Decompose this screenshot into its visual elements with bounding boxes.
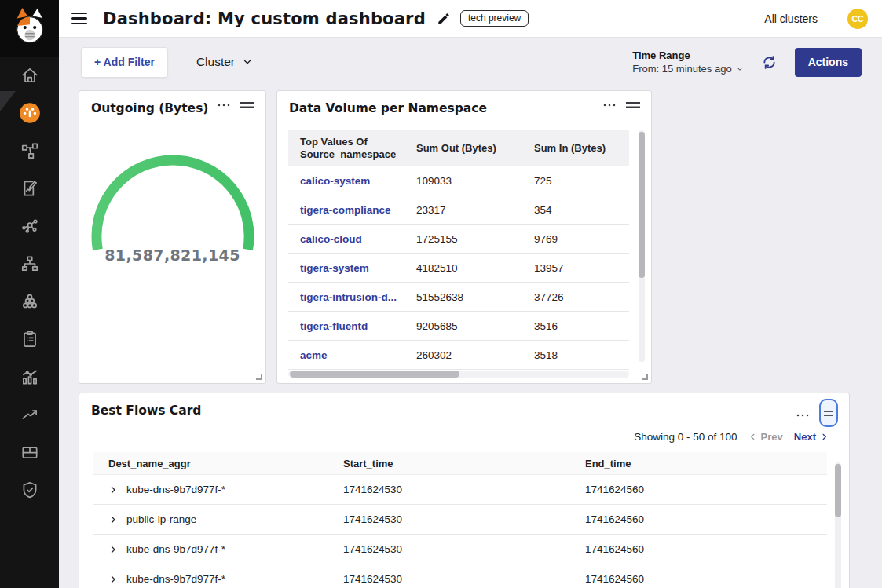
sidebar-item-trends[interactable] — [0, 396, 59, 433]
add-filter-button[interactable]: + Add Filter — [81, 47, 168, 78]
card-menu-button[interactable] — [217, 103, 231, 108]
prev-page-button[interactable]: Prev — [748, 431, 783, 443]
vertical-scrollbar-track — [835, 462, 841, 588]
table-header-row: Top Values Of Source_namespace Sum Out (… — [288, 130, 629, 166]
drag-handle-icon — [240, 101, 254, 109]
col-header-sum-out: Sum Out (Bytes) — [416, 142, 534, 155]
sidebar-item-service-graph[interactable] — [0, 132, 59, 170]
sum-in-value: 9769 — [534, 233, 629, 245]
calico-cat-logo-icon — [11, 6, 49, 50]
table-row[interactable]: tigera-fluentd 9205685 3516 — [288, 312, 629, 341]
chevron-right-icon — [108, 575, 118, 584]
namespace-link[interactable]: tigera-system — [300, 262, 416, 274]
gauge-value: 81,587,821,145 — [79, 247, 265, 264]
card-drag-handle[interactable] — [626, 101, 640, 109]
start-time-value: 1741624530 — [343, 573, 585, 585]
connections-icon — [20, 216, 40, 236]
dashboard-gauge-icon — [19, 102, 41, 124]
table-row[interactable]: tigera-system 4182510 13957 — [288, 254, 629, 283]
chevron-right-icon — [108, 515, 118, 524]
sum-in-value: 354 — [534, 204, 629, 216]
refresh-button[interactable] — [761, 54, 778, 71]
table-row[interactable]: calico-system 109033 725 — [288, 166, 629, 195]
sum-out-value: 9205685 — [416, 320, 534, 332]
sidebar-item-metrics[interactable] — [0, 358, 59, 396]
sidebar-item-topology[interactable] — [0, 245, 59, 283]
time-range-value: From: 15 minutes ago — [632, 63, 731, 75]
gauge-arc — [90, 154, 255, 255]
card-menu-button[interactable] — [602, 103, 617, 108]
dest-name-value: kube-dns-9b7d977f-* — [126, 484, 225, 495]
refresh-icon — [761, 54, 778, 71]
shield-check-icon — [20, 480, 40, 500]
dest-name-value: kube-dns-9b7d977f-* — [126, 573, 225, 585]
vertical-scrollbar-thumb[interactable] — [639, 132, 645, 278]
sidebar-item-inventory[interactable] — [0, 433, 59, 471]
sidebar-item-reports[interactable] — [0, 170, 59, 207]
sum-out-value: 4182510 — [416, 262, 534, 274]
table-row[interactable]: calico-cloud 1725155 9769 — [288, 225, 629, 254]
calico-logo[interactable] — [0, 0, 59, 57]
sidebar-item-home[interactable] — [0, 57, 59, 94]
archive-box-icon — [20, 442, 40, 462]
sidebar-item-security[interactable] — [0, 471, 59, 509]
namespace-link[interactable]: tigera-fluentd — [300, 320, 416, 332]
namespace-link[interactable]: calico-system — [300, 175, 416, 187]
card-menu-button[interactable] — [796, 413, 810, 418]
card-drag-handle[interactable] — [240, 101, 254, 109]
dest-name-value: public-ip-range — [126, 513, 196, 525]
trend-up-icon — [20, 404, 40, 425]
table-row[interactable]: public-ip-range 1741624530 1741624560 — [93, 505, 827, 535]
best-flows-card: Best Flows Card Showing 0 - 50 of 100 Pr… — [79, 393, 850, 588]
namespace-link[interactable]: tigera-intrusion-d... — [300, 291, 416, 303]
expand-row-button[interactable] — [108, 485, 118, 495]
table-row[interactable]: kube-dns-9b7d977f-* 1741624530 174162456… — [93, 535, 827, 564]
gauge-chart — [90, 154, 255, 258]
sidebar-nav — [0, 57, 59, 509]
card-drag-handle-focused[interactable] — [819, 399, 838, 427]
time-range-selector[interactable]: Time Range From: 15 minutes ago — [632, 49, 743, 75]
cluster-scope-selector[interactable]: All clusters — [764, 13, 818, 25]
next-page-button[interactable]: Next — [794, 431, 829, 443]
expand-row-button[interactable] — [108, 575, 118, 584]
table-row[interactable]: tigera-compliance 23317 354 — [288, 195, 629, 225]
node-cluster-icon — [20, 291, 40, 312]
sidebar-item-node-clusters[interactable] — [0, 283, 59, 320]
ellipsis-icon — [796, 413, 810, 418]
expand-row-button[interactable] — [108, 545, 118, 554]
card-resize-handle[interactable] — [256, 374, 262, 380]
card-resize-handle[interactable] — [642, 374, 648, 380]
namespace-link[interactable]: acme — [300, 349, 416, 361]
sum-out-value: 109033 — [416, 175, 534, 187]
sum-out-value: 23317 — [416, 204, 534, 216]
edit-dashboard-button[interactable] — [437, 12, 451, 26]
table-row[interactable]: acme 260302 3518 — [288, 341, 629, 370]
table-row[interactable]: tigera-intrusion-d... 51552638 37726 — [288, 283, 629, 312]
actions-button[interactable]: Actions — [795, 48, 862, 77]
vertical-scrollbar-thumb[interactable] — [835, 464, 841, 517]
sidebar-item-compliance[interactable] — [0, 320, 59, 358]
sum-out-value: 51552638 — [416, 291, 534, 303]
cluster-filter-dropdown[interactable]: Cluster — [196, 55, 253, 69]
sidebar — [0, 0, 59, 588]
col-header-start: Start_time — [343, 458, 585, 469]
end-time-value: 1741624560 — [585, 543, 827, 555]
user-avatar[interactable]: CC — [847, 9, 868, 29]
namespace-link[interactable]: tigera-compliance — [300, 204, 416, 216]
namespace-link[interactable]: calico-cloud — [300, 233, 416, 245]
sum-in-value: 13957 — [534, 262, 629, 274]
chevron-right-icon — [820, 433, 829, 441]
table-row[interactable]: kube-dns-9b7d977f-* 1741624530 174162456… — [93, 475, 827, 505]
end-time-value: 1741624560 — [585, 573, 827, 585]
horizontal-scrollbar-thumb[interactable] — [290, 371, 459, 378]
table-row[interactable]: kube-dns-9b7d977f-* 1741624530 174162456… — [93, 564, 827, 588]
start-time-value: 1741624530 — [343, 543, 585, 555]
next-label: Next — [794, 431, 816, 443]
sum-in-value: 3516 — [534, 320, 629, 332]
col-header-dest: Dest_name_aggr — [93, 458, 343, 469]
expand-row-button[interactable] — [108, 515, 118, 524]
ellipsis-icon — [217, 103, 231, 108]
end-time-value: 1741624560 — [585, 513, 827, 525]
sidebar-item-connections[interactable] — [0, 207, 59, 245]
hamburger-menu-icon[interactable] — [71, 13, 87, 24]
